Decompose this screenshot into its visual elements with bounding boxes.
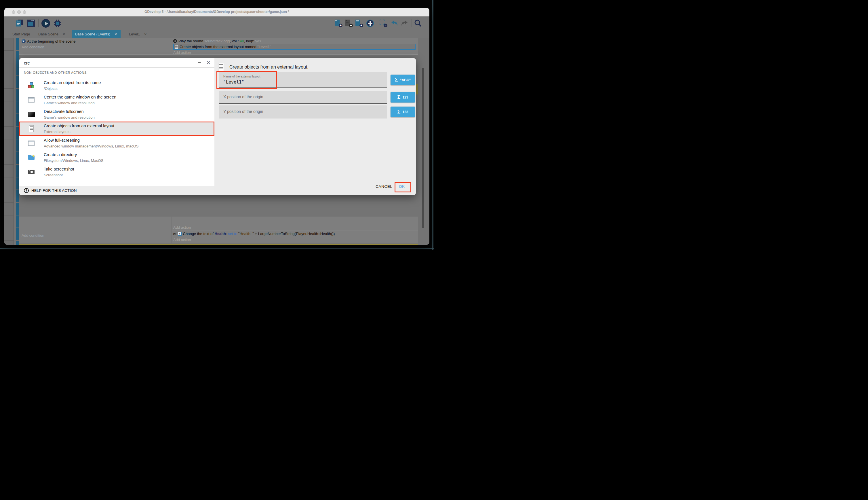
external-layout-name-field[interactable]: Name of the external layout "Level1" [219, 72, 387, 88]
tab-level1[interactable]: Level1 [126, 30, 150, 38]
item-title: Center the game window on the screen [44, 95, 116, 99]
sigma-icon [395, 77, 398, 83]
add-subevent-icon[interactable]: + [345, 20, 353, 27]
list-item-create-object[interactable]: Create an object from its name /Objects [19, 78, 214, 93]
gdevelop-window: GDevelop 5 - /Users/dkarakay/Documents/G… [4, 8, 430, 245]
expression-type-label: 123 [402, 110, 408, 114]
add-circle-icon[interactable] [366, 20, 374, 27]
list-item-allow-fullscreening[interactable]: Allow full-screening Advanced window man… [19, 136, 214, 150]
list-item-create-from-external-layout[interactable]: Create objects from an external layout E… [19, 122, 214, 136]
help-footer: HELP FOR THIS ACTION [19, 186, 214, 195]
group-header-player[interactable]: Player [19, 244, 418, 245]
sigma-icon [397, 94, 401, 100]
ok-button[interactable]: OK [399, 184, 405, 189]
events-gutter [4, 38, 14, 245]
expression-editor-button[interactable]: "ABC" [390, 75, 415, 85]
add-action-link[interactable]: Add action [173, 50, 416, 55]
begin-scene-icon [22, 39, 26, 43]
search-icon[interactable] [414, 20, 422, 27]
list-item-take-screenshot[interactable]: Take screenshot Screenshot [19, 165, 214, 179]
close-tab-icon[interactable] [114, 32, 117, 36]
conditions-cell[interactable]: At the beginning of the scene Add condit… [19, 38, 171, 55]
sound-icon [173, 39, 177, 43]
add-condition-link[interactable]: Add condition [22, 233, 44, 238]
tab-label: Level1 [129, 32, 140, 36]
section-header: NON-OBJECTS AND OTHER ACTIONS [24, 71, 86, 74]
y-position-field[interactable]: Y position of the origin [219, 105, 387, 118]
text-object-icon: T [178, 232, 181, 236]
add-event-icon[interactable]: + [335, 20, 342, 27]
game-window-icon [28, 96, 35, 103]
condition-begin-scene[interactable]: At the beginning of the scene [22, 38, 169, 44]
editor-title: Create objects from an external layout. [230, 65, 308, 70]
close-tab-icon[interactable] [62, 32, 65, 36]
close-icon[interactable] [207, 60, 210, 65]
vertical-scrollbar[interactable] [422, 68, 424, 228]
tab-bar: Start Page Base Scene Base Scene (Events… [4, 30, 430, 38]
action-change-text[interactable]: txt T Change the text of Health: set to … [173, 231, 335, 236]
fullscreen-icon [28, 111, 35, 118]
conditions-cell[interactable]: Add condition [19, 217, 171, 243]
add-comment-icon[interactable]: + [355, 20, 363, 27]
condition-text: At the beginning of the scene [27, 39, 75, 44]
close-tab-icon[interactable] [144, 32, 147, 36]
cancel-button[interactable]: CANCEL [376, 184, 392, 189]
undo-icon[interactable] [390, 20, 398, 27]
item-title: De/activate fullscreen [44, 109, 84, 114]
field-value: "Level1" [223, 79, 244, 85]
folder-icon [28, 154, 35, 161]
row-divider [172, 230, 418, 230]
toolbar: + + + – [4, 16, 430, 30]
add-action-link[interactable]: Add action [173, 225, 191, 229]
list-item-fullscreen[interactable]: De/activate fullscreen Game's window and… [19, 107, 214, 122]
list-item-center-window[interactable]: Center the game window on the screen Gam… [19, 93, 214, 107]
item-subtitle: Filesystem/Windows, Linux, MacOS [44, 158, 103, 163]
event-row[interactable]: At the beginning of the scene Add condit… [19, 38, 418, 55]
action-chooser-panel: NON-OBJECTS AND OTHER ACTIONS Create an … [19, 58, 214, 195]
field-label: Name of the external layout [223, 75, 260, 78]
expression-editor-button[interactable]: 123 [390, 106, 415, 117]
help-link[interactable]: HELP FOR THIS ACTION [31, 189, 77, 193]
sigma-icon [397, 109, 401, 115]
item-subtitle: /Objects [44, 87, 58, 91]
x-position-field[interactable]: X position of the origin [219, 91, 387, 104]
action-play-sound[interactable]: Play the sound soundtrack.ogg, vol.: 40,… [173, 38, 416, 44]
action-create-objects-selected[interactable]: Create objects from the external layout … [173, 44, 415, 50]
tab-label: Start Page [12, 32, 30, 36]
expression-type-label: 123 [402, 95, 408, 99]
item-title: Create objects from an external layout [44, 124, 114, 128]
scene-editor-icon[interactable] [27, 20, 35, 27]
item-subtitle: Game's window and resolution [44, 115, 95, 120]
action-list: Create an object from its name /Objects … [19, 78, 214, 179]
action-text: Play the sound soundtrack.ogg, vol.: 40,… [178, 39, 261, 43]
item-title: Allow full-screening [44, 138, 80, 143]
search-input[interactable] [24, 60, 185, 66]
filter-icon[interactable] [197, 61, 202, 65]
add-condition-link[interactable]: Add condition [22, 45, 169, 49]
camera-icon [28, 169, 35, 175]
objects-cubes-icon [28, 82, 35, 89]
project-manager-icon[interactable] [16, 20, 23, 27]
event-indent-bars [16, 38, 19, 245]
window-title: GDevelop 5 - /Users/dkarakay/Documents/G… [4, 10, 430, 14]
tab-start-page[interactable]: Start Page [9, 30, 33, 38]
redo-icon[interactable] [401, 20, 408, 27]
tab-base-scene[interactable]: Base Scene [35, 30, 69, 38]
toolbar-separator [377, 19, 377, 27]
external-layout-icon [28, 125, 35, 132]
list-item-create-directory[interactable]: Create a directory Filesystem/Windows, L… [19, 150, 214, 165]
add-action-link[interactable]: Add action [173, 238, 191, 242]
tab-base-scene-events[interactable]: Base Scene (Events) [72, 30, 120, 38]
debug-icon[interactable] [54, 20, 61, 27]
external-layout-icon [175, 45, 178, 49]
item-subtitle: Advanced window management/Windows, Linu… [44, 144, 139, 148]
expression-editor-button[interactable]: 123 [390, 92, 415, 103]
instruction-editor-dialog: NON-OBJECTS AND OTHER ACTIONS Create an … [19, 58, 416, 195]
tab-label: Base Scene [38, 32, 58, 36]
remove-event-icon[interactable]: – [379, 20, 387, 27]
actions-cell[interactable]: Add action txt T Change the text of Heal… [172, 217, 418, 243]
action-text: Change the text of Health: set to "Healt… [183, 231, 335, 236]
actions-cell[interactable]: Play the sound soundtrack.ogg, vol.: 40,… [172, 38, 418, 55]
item-subtitle: Game's window and resolution [44, 101, 95, 105]
play-preview-icon[interactable] [42, 20, 49, 27]
